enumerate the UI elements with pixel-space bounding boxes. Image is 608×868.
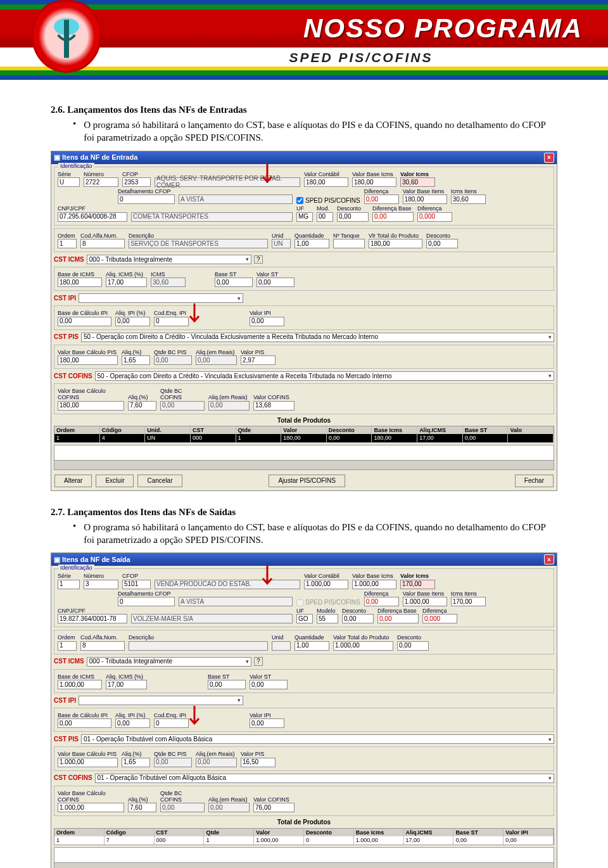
fechar-button[interactable]: Fechar — [515, 475, 554, 487]
grid-scroll-area[interactable] — [54, 445, 554, 470]
group-identificacao: Identificação SérieU Número2722 CFOP2353… — [54, 167, 554, 226]
ajustar-button[interactable]: Ajustar PIS/COFINS — [269, 475, 345, 487]
cfop-input[interactable]: 2353 — [122, 177, 151, 187]
group-item-line: Ordem1 Cod.Alfa.Num.8 DescriçãoSERVIÇO D… — [54, 228, 554, 252]
section-2-7-heading: 2.7. Lançamentos dos Itens das NFs de Sa… — [51, 507, 557, 518]
cst-icms-row: CST ICMS 000 - Tributada Integralmente ? — [54, 255, 554, 264]
serie-input[interactable]: U — [58, 177, 80, 187]
totals-table-2: OrdemCódigoCSTQtdeValorDescontoBase Icms… — [54, 828, 554, 845]
window-title: Itens da NF de Entrada — [62, 153, 137, 162]
alterar-button[interactable]: Alterar — [54, 475, 92, 487]
cfop-desc: AQUIS. SERV. TRANSPORTE POR ESTAB. COMER — [155, 177, 300, 187]
excluir-button[interactable]: Excluir — [96, 475, 134, 487]
help-icon[interactable]: ? — [254, 255, 263, 264]
valor-contabil[interactable]: 180,00 — [304, 177, 348, 187]
app-saida-window: ▣ Itens da NF de Saída× Identificação Sé… — [51, 552, 557, 868]
window-icon: ▣ — [54, 153, 62, 162]
section-2-6-bullet: O programa só habilitará o lançamento do… — [73, 118, 557, 144]
grid-scroll-area[interactable] — [54, 847, 554, 868]
close-icon[interactable]: × — [544, 554, 554, 565]
numero-input[interactable]: 2722 — [84, 177, 118, 187]
close-icon[interactable]: × — [544, 153, 554, 163]
totals-table: OrdemCódigoUnid.CSTQtdeValorDescontoBase… — [54, 426, 554, 443]
window-icon: ▣ — [54, 556, 62, 564]
page-header: NOSSO PROGRAMA SPED PIS/COFINS — [0, 0, 608, 79]
cst-icms-select[interactable]: 000 - Tributada Integralmente — [87, 255, 251, 264]
section-2-6-heading: 2.6. Lançamentos dos Itens das NFs de En… — [51, 105, 557, 115]
section-2-7-bullet: O programa só habilitará o lançamento do… — [73, 521, 557, 547]
cst-pis-select[interactable]: 50 - Operação com Direito a Crédito - Vi… — [81, 333, 554, 342]
sped-checkbox[interactable]: SPED PIS/COFINS — [296, 197, 360, 205]
logo-heart-badge — [32, 0, 101, 73]
app-entrada-window: ▣ Itens da NF de Entrada × Identificação… — [51, 151, 557, 491]
cst-ipi-select[interactable] — [79, 293, 243, 303]
titlebar: ▣ Itens da NF de Entrada × — [51, 151, 557, 164]
cancelar-button[interactable]: Cancelar — [137, 475, 182, 487]
cst-cofins-select[interactable]: 50 - Operação com Direito a Crédito - Vi… — [95, 371, 554, 381]
